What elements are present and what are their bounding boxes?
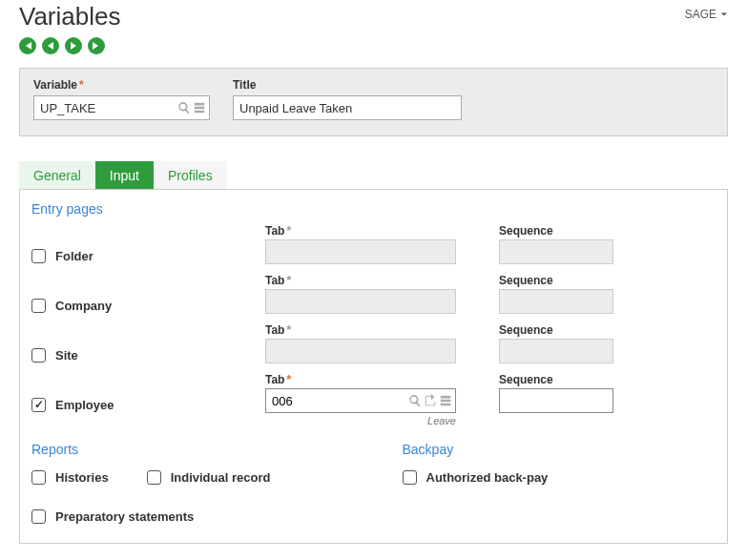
nav-prev-button[interactable]	[42, 37, 59, 54]
authorized-backpay-checkbox[interactable]	[403, 470, 417, 485]
chevron-down-icon	[720, 10, 728, 18]
page-title: Variables	[19, 2, 120, 31]
nav-last-button[interactable]	[88, 37, 105, 54]
individual-record-label: Individual record	[171, 470, 271, 485]
site-label: Site	[55, 348, 78, 363]
authorized-backpay-label: Authorized back-pay	[426, 470, 549, 485]
folder-sequence-input	[499, 239, 613, 264]
company-label: Company	[55, 299, 112, 313]
employee-checkbox[interactable]	[31, 398, 46, 412]
employee-label: Employee	[55, 398, 114, 412]
folder-checkbox[interactable]	[31, 249, 46, 263]
folder-sequence-label: Sequence	[499, 224, 690, 238]
tab-bar: General Input Profiles	[19, 161, 728, 190]
sage-menu-label: SAGE	[685, 8, 716, 21]
company-checkbox[interactable]	[31, 299, 46, 313]
nav-first-button[interactable]	[19, 37, 36, 54]
company-sequence-label: Sequence	[499, 274, 690, 287]
site-tab-label: Tab*	[265, 323, 499, 337]
title-input[interactable]	[233, 95, 462, 120]
nav-next-button[interactable]	[65, 37, 82, 54]
individual-record-checkbox[interactable]	[147, 470, 161, 485]
employee-tab-helper: Leave	[265, 415, 456, 426]
tab-input[interactable]: Input	[95, 161, 154, 189]
entry-pages-title: Entry pages	[31, 201, 716, 217]
site-checkbox[interactable]	[31, 348, 46, 363]
title-label: Title	[233, 78, 462, 92]
company-tab-label: Tab*	[265, 274, 499, 287]
histories-checkbox[interactable]	[31, 470, 46, 485]
search-icon[interactable]	[177, 101, 191, 114]
folder-tab-input	[265, 239, 456, 264]
histories-label: Histories	[55, 470, 109, 485]
header-form: Variable* Title	[19, 68, 728, 136]
search-icon[interactable]	[408, 394, 422, 407]
site-tab-input	[265, 339, 456, 363]
tab-profiles[interactable]: Profiles	[154, 161, 227, 189]
employee-sequence-input[interactable]	[499, 388, 613, 413]
employee-tab-label: Tab*	[265, 373, 499, 386]
folder-tab-label: Tab*	[265, 224, 499, 238]
site-sequence-label: Sequence	[499, 323, 690, 337]
employee-sequence-label: Sequence	[499, 373, 690, 386]
reports-title: Reports	[31, 442, 345, 457]
list-icon[interactable]	[439, 394, 452, 407]
list-icon[interactable]	[193, 101, 206, 114]
goto-icon[interactable]	[424, 394, 437, 407]
folder-label: Folder	[55, 249, 93, 263]
input-panel: Entry pages Folder Tab* Sequence Company…	[19, 190, 728, 544]
company-tab-input	[265, 289, 456, 314]
sage-menu[interactable]: SAGE	[685, 2, 728, 21]
tab-general[interactable]: General	[19, 161, 95, 189]
site-sequence-input	[499, 339, 613, 363]
preparatory-label: Preparatory statements	[55, 509, 194, 524]
variable-label: Variable*	[33, 78, 210, 92]
preparatory-checkbox[interactable]	[31, 509, 46, 524]
company-sequence-input	[499, 289, 613, 314]
backpay-title: Backpay	[403, 442, 716, 457]
